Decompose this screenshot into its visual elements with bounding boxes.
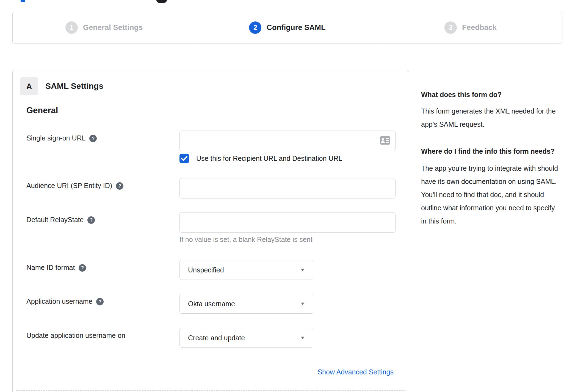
relay-state-input[interactable] (179, 212, 396, 233)
application-username-select[interactable]: Okta username ▼ (179, 294, 313, 314)
update-username-value: Create and update (188, 334, 245, 342)
relay-state-label-text: Default RelayState (26, 216, 84, 224)
help-icon[interactable]: ? (116, 182, 123, 190)
contact-card-icon[interactable] (380, 136, 391, 145)
name-id-format-select[interactable]: Unspecified ▼ (179, 260, 313, 280)
general-section-heading: General (26, 106, 58, 115)
application-username-value: Okta username (188, 300, 235, 308)
cutoff-header-accent (21, 0, 25, 2)
name-id-format-label-text: Name ID format (26, 264, 75, 272)
step-label: Feedback (462, 23, 497, 32)
step-label: Configure SAML (267, 23, 325, 32)
step-feedback[interactable]: 3 Feedback (379, 12, 562, 43)
relay-state-hint: If no value is set, a blank RelayState i… (179, 236, 313, 244)
recipient-url-checkbox[interactable] (179, 154, 189, 163)
cutoff-header-logo (156, 0, 167, 3)
help-icon[interactable]: ? (79, 264, 86, 272)
relay-state-label: Default RelayState ? (26, 212, 95, 224)
help-icon[interactable]: ? (89, 135, 97, 142)
chevron-down-icon: ▼ (300, 267, 305, 272)
step-number-badge: 1 (65, 21, 78, 34)
panel-title: SAML Settings (45, 81, 103, 91)
step-number-badge: 3 (444, 21, 457, 34)
section-a-badge: A (20, 77, 38, 95)
saml-settings-panel: A SAML Settings General Single sign-on U… (12, 70, 409, 392)
update-username-label: Update application username on (26, 328, 125, 339)
audience-uri-label-text: Audience URI (SP Entity ID) (26, 182, 112, 190)
checkmark-icon (181, 156, 187, 161)
update-username-label-text: Update application username on (26, 332, 125, 339)
wizard-stepper: 1 General Settings 2 Configure SAML 3 Fe… (12, 12, 562, 43)
name-id-format-label: Name ID format ? (26, 260, 86, 272)
sso-url-label-text: Single sign-on URL (26, 134, 85, 142)
step-number-badge: 2 (249, 21, 261, 34)
chevron-down-icon: ▼ (300, 301, 305, 306)
audience-uri-input[interactable] (179, 178, 396, 198)
help-text-where: The app you're trying to integrate with … (421, 162, 562, 228)
step-general-settings[interactable]: 1 General Settings (13, 12, 196, 43)
sso-url-input[interactable] (179, 131, 396, 151)
update-username-select[interactable]: Create and update ▼ (179, 328, 313, 348)
recipient-url-checkbox-row: Use this for Recipient URL and Destinati… (179, 154, 342, 163)
recipient-url-checkbox-label[interactable]: Use this for Recipient URL and Destinati… (196, 154, 342, 162)
step-configure-saml[interactable]: 2 Configure SAML (196, 12, 379, 43)
sso-url-input-wrap (179, 131, 396, 151)
chevron-down-icon: ▼ (300, 335, 305, 340)
help-icon[interactable]: ? (87, 216, 95, 224)
step-label: General Settings (83, 23, 143, 32)
help-text-what: This form generates the XML needed for t… (421, 104, 562, 131)
audience-uri-label: Audience URI (SP Entity ID) ? (26, 178, 123, 190)
sso-url-label: Single sign-on URL ? (26, 131, 97, 142)
help-sidebar: What does this form do? This form genera… (421, 89, 562, 241)
application-username-label-text: Application username (26, 297, 92, 305)
show-advanced-settings-link[interactable]: Show Advanced Settings (317, 368, 394, 376)
help-heading-what: What does this form do? (421, 89, 562, 101)
help-icon[interactable]: ? (96, 298, 104, 305)
name-id-format-value: Unspecified (188, 266, 224, 274)
help-heading-where: Where do I find the info this form needs… (421, 145, 562, 158)
application-username-label: Application username ? (26, 294, 104, 305)
advanced-section-divider (16, 390, 405, 391)
